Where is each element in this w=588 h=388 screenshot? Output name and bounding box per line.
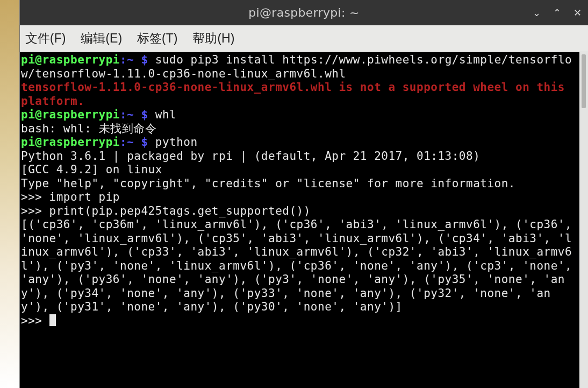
window-title: pi@raspberrypi: ~ bbox=[20, 6, 588, 19]
prompt-userhost: pi@raspberrypi bbox=[21, 136, 120, 149]
menubar: 文件(F) 编辑(E) 标签(T) 帮助(H) bbox=[20, 25, 588, 52]
cursor-block bbox=[49, 314, 56, 326]
terminal-output[interactable]: pi@raspberrypi:~ $ sudo pip3 install htt… bbox=[20, 52, 579, 388]
repl-output: [('cp36', 'cp36m', 'linux_armv6l'), ('cp… bbox=[21, 218, 579, 313]
prompt-userhost: pi@raspberrypi bbox=[21, 108, 120, 121]
menu-file[interactable]: 文件(F) bbox=[25, 30, 66, 47]
python-banner-2: [GCC 4.9.2] on linux bbox=[21, 163, 162, 176]
close-icon[interactable]: ✕ bbox=[572, 7, 583, 19]
menu-edit[interactable]: 编辑(E) bbox=[81, 30, 122, 47]
repl-line-1: >>> import pip bbox=[21, 191, 120, 203]
scrollbar-thumb[interactable] bbox=[582, 54, 586, 108]
desktop-background bbox=[0, 0, 19, 388]
repl-prompt: >>> bbox=[21, 314, 49, 327]
prompt-path: ~ bbox=[127, 136, 134, 149]
bash-error-line: bash: whl: 未找到命令 bbox=[21, 122, 156, 135]
python-banner-1: Python 3.6.1 | packaged by rpi | (defaul… bbox=[21, 150, 480, 163]
maximize-icon[interactable]: ⌃ bbox=[551, 7, 562, 19]
prompt-colon: : bbox=[120, 108, 127, 121]
scrollbar-track[interactable] bbox=[580, 53, 587, 387]
prompt-dollar: $ bbox=[134, 136, 155, 149]
minimize-icon[interactable]: ⌄ bbox=[531, 7, 542, 19]
menu-tabs[interactable]: 标签(T) bbox=[137, 30, 177, 47]
prompt-dollar: $ bbox=[134, 53, 155, 66]
prompt-path: ~ bbox=[127, 108, 134, 121]
repl-line-2: >>> print(pip.pep425tags.get_supported()… bbox=[21, 204, 311, 217]
terminal-window: pi@raspberrypi: ~ ⌄ ⌃ ✕ 文件(F) 编辑(E) 标签(T… bbox=[19, 0, 588, 388]
prompt-path: ~ bbox=[127, 53, 134, 66]
prompt-colon: : bbox=[120, 136, 127, 149]
error-line-1: tensorflow-1.11.0-cp36-none-linux_armv6l… bbox=[21, 81, 572, 108]
python-banner-3: Type "help", "copyright", "credits" or "… bbox=[21, 177, 515, 190]
prompt-dollar: $ bbox=[134, 108, 155, 121]
prompt-userhost: pi@raspberrypi bbox=[21, 53, 120, 66]
cmd-line-2: whl bbox=[155, 108, 176, 121]
terminal-area[interactable]: pi@raspberrypi:~ $ sudo pip3 install htt… bbox=[20, 52, 588, 388]
cmd-line-3: python bbox=[155, 136, 198, 149]
titlebar[interactable]: pi@raspberrypi: ~ ⌄ ⌃ ✕ bbox=[20, 0, 588, 25]
window-controls: ⌄ ⌃ ✕ bbox=[531, 0, 583, 25]
prompt-colon: : bbox=[120, 53, 127, 66]
menu-help[interactable]: 帮助(H) bbox=[192, 30, 234, 47]
scrollbar[interactable] bbox=[579, 52, 588, 388]
